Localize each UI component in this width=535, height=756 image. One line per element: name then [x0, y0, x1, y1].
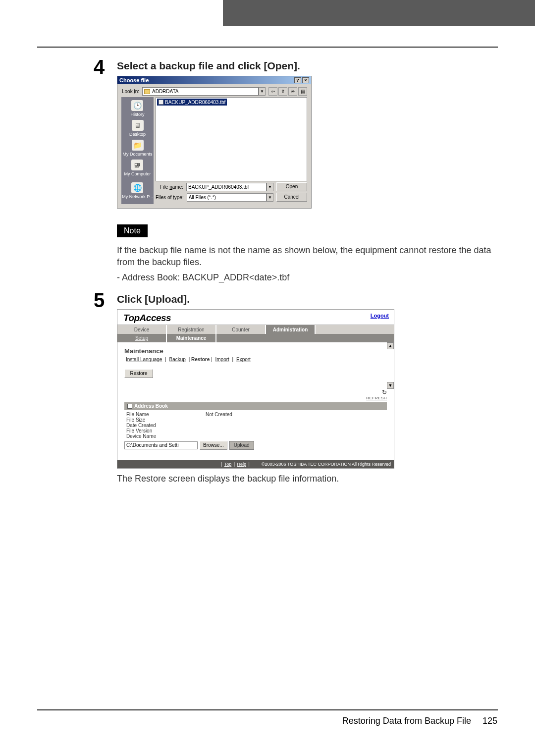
views-icon[interactable]: ▤ — [298, 87, 307, 96]
tab-device[interactable]: Device — [117, 325, 167, 334]
step-caption: The Restore screen displays the backup f… — [117, 473, 495, 485]
up-one-level-icon[interactable]: ⇧ — [278, 87, 287, 96]
scroll-down-icon[interactable]: ▼ — [387, 382, 394, 389]
page-header-bar — [223, 0, 535, 26]
network-icon: 🌐 — [131, 182, 143, 193]
scroll-up-icon[interactable]: ▲ — [387, 342, 394, 349]
step-5: 5 Click [Upload]. TopAccess Logout Devic… — [89, 290, 495, 487]
sidebar-my-network[interactable]: 🌐 My Network P... — [122, 182, 153, 199]
tab-counter[interactable]: Counter — [216, 325, 266, 334]
page-bottom-rule — [37, 709, 498, 710]
back-icon[interactable]: ⇦ — [268, 87, 277, 96]
address-book-header: Address Book — [124, 402, 387, 410]
copyright: ©2003-2006 TOSHIBA TEC CORPORATION All R… — [262, 462, 391, 467]
folder-icon — [144, 89, 150, 94]
file-list[interactable]: BACKUP_ADDR060403.tbf — [156, 97, 307, 181]
note-text: If the backup file name is not the name … — [117, 244, 495, 269]
file-name-dropdown-icon[interactable]: ▼ — [267, 183, 273, 191]
row-value: Not Created — [206, 412, 232, 417]
footer-text: Restoring Data from Backup File — [342, 716, 471, 726]
file-name: BACKUP_ADDR060403.tbf — [165, 100, 225, 105]
footer-link-help[interactable]: Help — [237, 462, 247, 467]
history-icon: 🕑 — [131, 100, 143, 111]
link-export[interactable]: Export — [236, 357, 251, 362]
open-button[interactable]: Open — [276, 182, 307, 191]
tab-administration[interactable]: Administration — [266, 325, 316, 334]
table-row: Device Name — [126, 433, 387, 439]
link-backup[interactable]: Backup — [169, 357, 186, 362]
step-number: 4 — [89, 57, 109, 286]
file-name-label: File name: — [156, 184, 183, 190]
link-install-language[interactable]: Install Language — [126, 357, 162, 362]
sidebar-history[interactable]: 🕑 History — [130, 100, 144, 117]
topaccess-webui: TopAccess Logout Device Registration Cou… — [117, 309, 394, 469]
step-4: 4 Select a backup file and click [Open].… — [89, 57, 495, 286]
restore-button[interactable]: Restore — [124, 369, 153, 378]
topaccess-logo: TopAccess — [123, 313, 171, 324]
subtab-setup[interactable]: Setup — [117, 334, 167, 342]
note-bullet: - Address Book: BACKUP_ADDR<date>.tbf — [117, 271, 495, 283]
row-label: Device Name — [126, 433, 206, 439]
choose-file-dialog: Choose file ? × Look in: ADDRDATA — [117, 76, 312, 209]
address-book-title: Address Book — [134, 402, 168, 410]
file-item-selected[interactable]: BACKUP_ADDR060403.tbf — [157, 99, 227, 106]
sidebar-label: My Network P... — [122, 194, 153, 199]
webui-footer: | Top | Help | ©2003-2006 TOSHIBA TEC CO… — [117, 460, 394, 468]
file-type-dropdown-icon[interactable]: ▼ — [267, 193, 273, 202]
secondary-tabs: Setup Maintenance — [117, 334, 394, 342]
sidebar-label: History — [130, 112, 144, 117]
row-label: File Size — [126, 417, 206, 423]
sidebar-my-computer[interactable]: 🖳 My Computer — [124, 160, 151, 176]
refresh-label: REFRESH — [124, 396, 387, 400]
primary-tabs: Device Registration Counter Administrati… — [117, 324, 394, 334]
page-number: 125 — [482, 716, 497, 726]
link-import[interactable]: Import — [215, 357, 229, 362]
refresh-link[interactable]: ↻ REFRESH — [124, 389, 387, 400]
maintenance-links: Install Language | Backup | Restore | Im… — [124, 357, 387, 362]
help-icon[interactable]: ? — [294, 77, 301, 83]
sidebar-label: My Documents — [122, 152, 152, 157]
sidebar-my-documents[interactable]: 📁 My Documents — [122, 140, 152, 157]
table-row: File Size — [126, 417, 387, 423]
upload-path-row: C:\Documents and Setti Browse... Upload — [124, 441, 387, 450]
new-folder-icon[interactable]: ✳ — [288, 87, 297, 96]
footer-link-top[interactable]: Top — [224, 462, 232, 467]
table-row: Date Created — [126, 423, 387, 428]
logout-link[interactable]: Logout — [371, 313, 389, 319]
step-title: Click [Upload]. — [117, 293, 495, 305]
maintenance-title: Maintenance — [124, 347, 387, 355]
file-name-input[interactable]: BACKUP_ADDR060403.tbf — [186, 183, 267, 191]
sidebar-label: My Computer — [124, 171, 151, 176]
page-footer: Restoring Data from Backup File 125 — [0, 716, 535, 726]
row-label: File Name — [126, 412, 206, 417]
address-book-checkbox[interactable] — [127, 404, 132, 409]
file-type-select[interactable]: All Files (*.*) — [187, 193, 267, 202]
upload-button[interactable]: Upload — [229, 441, 254, 450]
subtab-maintenance[interactable]: Maintenance — [167, 334, 216, 342]
look-in-label: Look in: — [121, 89, 139, 94]
tab-registration[interactable]: Registration — [167, 325, 216, 334]
file-type-label: Files of type: — [156, 195, 184, 200]
footer-links: | Top | Help | — [221, 462, 250, 467]
file-icon — [159, 100, 163, 105]
dialog-titlebar: Choose file ? × — [117, 76, 311, 84]
close-icon[interactable]: × — [302, 77, 309, 83]
refresh-icon: ↻ — [382, 389, 387, 396]
sidebar-desktop[interactable]: 🖥 Desktop — [129, 120, 146, 137]
look-in-dropdown-icon[interactable]: ▼ — [259, 87, 266, 96]
note-label: Note — [117, 224, 148, 237]
step-title: Select a backup file and click [Open]. — [117, 60, 495, 72]
table-row: File Name Not Created — [126, 412, 387, 417]
browse-button[interactable]: Browse... — [200, 441, 227, 450]
address-book-table: File Name Not Created File Size Date Cre… — [126, 412, 387, 439]
link-restore-current: Restore — [191, 357, 210, 362]
cancel-button[interactable]: Cancel — [276, 193, 307, 202]
row-label: File Version — [126, 428, 206, 433]
row-label: Date Created — [126, 423, 206, 428]
file-path-input[interactable]: C:\Documents and Setti — [124, 441, 198, 449]
step-number: 5 — [89, 290, 109, 487]
desktop-icon: 🖥 — [132, 120, 144, 131]
look-in-field[interactable]: ADDRDATA — [142, 87, 259, 96]
look-in-folder-name: ADDRDATA — [152, 89, 179, 94]
sidebar-label: Desktop — [129, 132, 146, 137]
